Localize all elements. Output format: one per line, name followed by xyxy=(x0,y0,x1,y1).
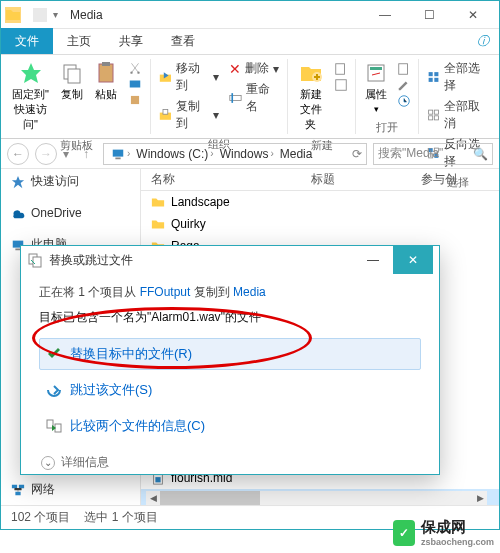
svg-rect-13 xyxy=(336,80,347,91)
copyto-icon xyxy=(159,108,172,122)
crumb-item[interactable]: Windows› xyxy=(217,147,277,161)
watermark: ✓ 保成网 zsbaocheng.com xyxy=(393,518,494,547)
option-compare[interactable]: 比较两个文件的信息(C) xyxy=(39,410,421,442)
scroll-track[interactable] xyxy=(160,491,473,505)
edit-icon[interactable] xyxy=(396,78,412,92)
svg-rect-30 xyxy=(115,157,120,159)
svg-point-5 xyxy=(137,72,139,74)
svg-rect-8 xyxy=(163,109,168,114)
props-button[interactable]: 属性▾ xyxy=(362,59,390,116)
selectnone-icon xyxy=(427,108,440,122)
chevron-down-icon: ⌄ xyxy=(41,456,55,470)
copyto-button[interactable]: 复制到▾ xyxy=(157,97,221,133)
svg-rect-22 xyxy=(435,110,439,114)
svg-rect-29 xyxy=(113,149,124,156)
selectall-button[interactable]: 全部选择 xyxy=(425,59,491,95)
qat-dropdown-icon[interactable]: ▾ xyxy=(53,9,58,20)
crumb-item[interactable]: Media xyxy=(277,147,316,161)
title-bar: ▾ Media — ☐ ✕ xyxy=(1,1,499,29)
newfolder-button[interactable]: 新建 文件夹 xyxy=(294,59,327,134)
svg-rect-33 xyxy=(12,484,17,488)
search-input[interactable]: 搜索"Media" 🔍 xyxy=(373,143,493,165)
back-button[interactable]: ← xyxy=(7,143,29,165)
selectnone-button[interactable]: 全部取消 xyxy=(425,97,491,133)
cut-icon[interactable] xyxy=(126,61,144,75)
svg-rect-17 xyxy=(429,72,433,76)
close-button[interactable]: ✕ xyxy=(451,1,495,29)
item-count: 102 个项目 xyxy=(11,509,70,526)
up-button[interactable]: ↑ xyxy=(75,143,97,165)
easy-access-icon[interactable] xyxy=(333,78,349,92)
conflict-heading: 目标已包含一个名为"Alarm01.wav"的文件 xyxy=(39,307,421,326)
svg-rect-1 xyxy=(68,69,80,83)
dialog-body: 正在将 1 个项目从 FFOutput 复制到 Media 目标已包含一个名为"… xyxy=(21,274,439,487)
svg-rect-2 xyxy=(99,64,113,82)
src-link[interactable]: FFOutput xyxy=(140,285,191,299)
dialog-title: 替换或跳过文件 xyxy=(49,252,353,269)
moveto-icon xyxy=(159,70,172,84)
tab-share[interactable]: 共享 xyxy=(105,28,157,54)
sidebar-quickaccess[interactable]: 快速访问 xyxy=(1,169,140,194)
tab-view[interactable]: 查看 xyxy=(157,28,209,54)
window-controls: — ☐ ✕ xyxy=(363,1,495,29)
watermark-url: zsbaocheng.com xyxy=(421,537,494,547)
col-contrib[interactable]: 参与创 xyxy=(411,171,467,188)
dialog-minimize-button[interactable]: — xyxy=(353,246,393,274)
dst-link[interactable]: Media xyxy=(233,285,266,299)
paste-shortcut-icon[interactable] xyxy=(126,93,144,107)
column-headers: 名称 标题 参与创 xyxy=(141,169,499,191)
maximize-button[interactable]: ☐ xyxy=(407,1,451,29)
copy-path-icon[interactable] xyxy=(126,77,144,91)
svg-rect-23 xyxy=(429,116,433,120)
moveto-button[interactable]: 移动到▾ xyxy=(157,59,221,95)
refresh-button[interactable]: ⟳ xyxy=(352,147,362,161)
crumb-root[interactable]: › xyxy=(108,147,133,161)
onedrive-icon xyxy=(11,206,25,220)
col-name[interactable]: 名称 xyxy=(141,171,301,188)
forward-button[interactable]: → xyxy=(35,143,57,165)
svg-rect-18 xyxy=(435,72,439,76)
minimize-button[interactable]: — xyxy=(363,1,407,29)
rename-icon xyxy=(229,91,242,105)
list-item[interactable]: Landscape xyxy=(141,191,499,213)
folder-icon xyxy=(151,217,165,231)
new-item-icon[interactable] xyxy=(333,62,349,76)
star-icon xyxy=(11,175,25,189)
tab-home[interactable]: 主页 xyxy=(53,28,105,54)
crumb-item[interactable]: Windows (C:)› xyxy=(133,147,216,161)
copy-button[interactable]: 复制 xyxy=(58,59,86,104)
recent-dropdown[interactable]: ▾ xyxy=(63,147,69,161)
details-toggle[interactable]: ⌄ 详细信息 xyxy=(39,448,421,477)
horizontal-scrollbar[interactable]: ◀ ▶ xyxy=(146,491,487,505)
scroll-thumb[interactable] xyxy=(160,491,260,505)
newfolder-icon xyxy=(299,61,323,85)
paste-button[interactable]: 粘贴 xyxy=(92,59,120,104)
option-skip[interactable]: 跳过该文件(S) xyxy=(39,374,421,406)
ribbon-tabs: 文件 主页 共享 查看 ⓘ xyxy=(1,29,499,55)
dialog-titlebar: 替换或跳过文件 — ✕ xyxy=(21,246,439,274)
shield-icon: ✓ xyxy=(393,520,415,546)
svg-rect-6 xyxy=(130,81,141,88)
help-button[interactable]: ⓘ xyxy=(467,29,499,54)
tab-file[interactable]: 文件 xyxy=(1,28,53,54)
qat-item[interactable] xyxy=(33,8,47,22)
dialog-close-button[interactable]: ✕ xyxy=(393,246,433,274)
col-title[interactable]: 标题 xyxy=(301,171,411,188)
rename-button[interactable]: 重命名 xyxy=(227,80,281,116)
breadcrumb[interactable]: › Windows (C:)› Windows› Media ⟳ xyxy=(103,143,367,165)
sidebar-onedrive[interactable]: OneDrive xyxy=(1,202,140,224)
list-item[interactable]: Quirky xyxy=(141,213,499,235)
option-replace[interactable]: 替换目标中的文件(R) xyxy=(39,338,421,370)
svg-rect-15 xyxy=(399,64,408,75)
history-icon[interactable] xyxy=(396,94,412,108)
scroll-left-button[interactable]: ◀ xyxy=(146,491,160,505)
pc-icon xyxy=(111,147,125,161)
delete-button[interactable]: ✕删除▾ xyxy=(227,59,281,78)
group-select: 全部选择 全部取消 反向选择 选择 xyxy=(419,59,497,134)
copy-icon xyxy=(60,61,84,85)
pin-button[interactable]: 固定到" 快速访问" xyxy=(9,59,52,134)
scroll-right-button[interactable]: ▶ xyxy=(473,491,487,505)
open-icon[interactable] xyxy=(396,62,412,76)
compare-icon xyxy=(46,418,62,434)
svg-rect-10 xyxy=(231,93,233,103)
